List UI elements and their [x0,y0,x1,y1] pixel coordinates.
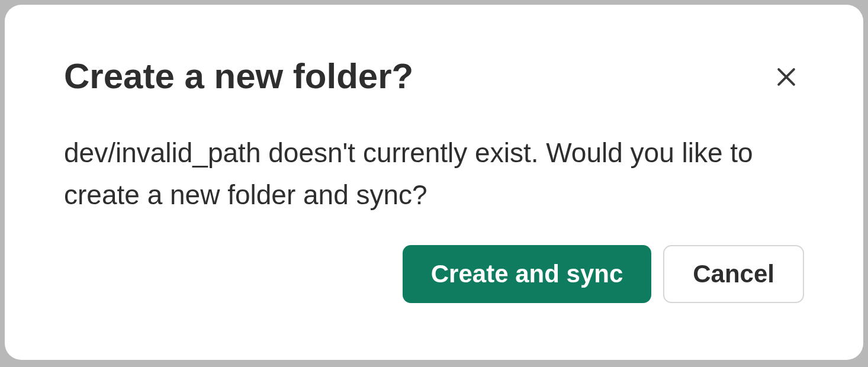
cancel-button[interactable]: Cancel [663,245,804,303]
create-and-sync-button[interactable]: Create and sync [403,245,651,303]
dialog-header: Create a new folder? [64,57,804,96]
close-icon [773,64,799,92]
dialog-footer: Create and sync Cancel [64,245,804,303]
dialog-title: Create a new folder? [64,57,413,96]
dialog-message: dev/invalid_path doesn't currently exist… [64,132,804,217]
close-button[interactable] [769,59,804,96]
confirm-dialog: Create a new folder? dev/invalid_path do… [5,5,863,360]
